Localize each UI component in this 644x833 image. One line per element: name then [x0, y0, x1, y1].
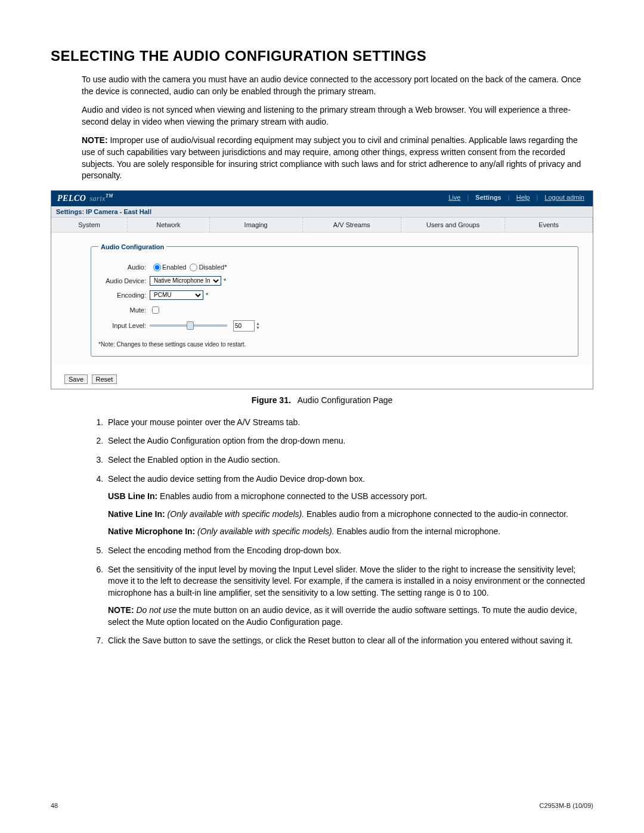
link-logout[interactable]: Logout admin: [544, 194, 584, 201]
native-mic-in-em: (Only available with specific models).: [195, 527, 334, 536]
step-6: Set the sensitivity of the input level b…: [106, 564, 593, 628]
usb-line-in-label: USB Line In:: [108, 491, 157, 501]
input-level-value[interactable]: [233, 320, 255, 332]
select-encoding[interactable]: PCMU: [150, 290, 203, 300]
link-live[interactable]: Live: [448, 194, 460, 201]
page-footer: 48 C2953M-B (10/09): [51, 802, 593, 809]
brand-sarix: sarix: [89, 194, 106, 203]
save-button[interactable]: Save: [64, 374, 88, 384]
step6-note-label: NOTE:: [108, 605, 134, 615]
brand-logo: PELCO sarixTM: [57, 193, 113, 203]
native-line-in-em: (Only available with specific models).: [165, 509, 304, 519]
tab-system[interactable]: System: [51, 218, 128, 232]
asterisk-encoding: *: [206, 292, 208, 299]
step6-note-text: the mute button on an audio device, as i…: [108, 605, 577, 627]
app-header: PELCO sarixTM Live | Settings | Help | L…: [51, 191, 593, 206]
brand-pelco: PELCO: [57, 194, 86, 203]
doc-id: C2953M-B (10/09): [540, 802, 594, 809]
step-3: Select the Enabled option in the Audio s…: [106, 454, 593, 466]
screenshot-figure: PELCO sarixTM Live | Settings | Help | L…: [51, 190, 593, 389]
slider-thumb[interactable]: [187, 321, 194, 330]
radio-enabled-label: Enabled: [162, 264, 186, 271]
label-input-level: Input Level:: [98, 322, 146, 329]
native-line-in-label: Native Line In:: [108, 509, 165, 519]
settings-breadcrumb: Settings: IP Camera - East Hall: [51, 206, 593, 218]
step-4: Select the audio device setting from the…: [106, 473, 593, 538]
figure-caption: Figure 31. Audio Configuration Page: [51, 395, 593, 405]
steps-list: Place your mouse pointer over the A/V St…: [82, 417, 593, 647]
page-number: 48: [51, 802, 58, 809]
figure-text: Audio Configuration Page: [298, 395, 393, 405]
audio-fieldset: Audio Configuration Audio: Enabled Disab…: [91, 243, 578, 357]
stepper-icon[interactable]: ▲▼: [256, 321, 260, 330]
link-help[interactable]: Help: [516, 194, 530, 201]
label-audio: Audio:: [98, 264, 146, 271]
tab-events[interactable]: Events: [505, 218, 593, 232]
label-audio-device: Audio Device:: [98, 277, 146, 284]
radio-disabled[interactable]: [190, 264, 197, 271]
select-audio-device[interactable]: Native Microphone In: [150, 276, 221, 286]
tab-av-streams[interactable]: A/V Streams: [303, 218, 401, 232]
reset-button[interactable]: Reset: [92, 374, 117, 384]
step-2: Select the Audio Configuration option fr…: [106, 435, 593, 447]
step-7: Click the Save button to save the settin…: [106, 635, 593, 647]
usb-line-in-text: Enables audio from a microphone connecte…: [157, 491, 427, 501]
form-area: Audio Configuration Audio: Enabled Disab…: [51, 233, 593, 365]
label-encoding: Encoding:: [98, 292, 146, 299]
slider-input-level[interactable]: [150, 324, 227, 327]
note-text: Improper use of audio/visual recording e…: [82, 135, 581, 180]
checkbox-mute[interactable]: [152, 306, 159, 314]
radio-enabled[interactable]: [153, 264, 161, 271]
intro-para-1: To use audio with the camera you must ha…: [82, 74, 593, 97]
intro-para-2: Audio and video is not synced when viewi…: [82, 104, 593, 128]
top-links: Live | Settings | Help | Logout admin: [446, 194, 587, 201]
page-heading: SELECTING THE AUDIO CONFIGURATION SETTIN…: [51, 48, 593, 64]
fieldset-note: *Note: Changes to these settings cause v…: [98, 341, 571, 348]
step6-note-em: Do not use: [134, 605, 177, 615]
label-mute: Mute:: [98, 306, 146, 314]
figure-label: Figure 31.: [252, 395, 291, 405]
native-mic-in-label: Native Microphone In:: [108, 527, 195, 536]
link-settings[interactable]: Settings: [475, 194, 501, 201]
intro-note: NOTE: Improper use of audio/visual recor…: [82, 135, 593, 181]
note-label: NOTE:: [82, 135, 108, 145]
menu-bar: System Network Imaging A/V Streams Users…: [51, 218, 593, 233]
tab-users-groups[interactable]: Users and Groups: [401, 218, 505, 232]
asterisk-device: *: [224, 277, 226, 284]
tab-network[interactable]: Network: [128, 218, 209, 232]
radio-disabled-label: Disabled*: [199, 264, 227, 271]
native-mic-in-text: Enables audio from the internal micropho…: [335, 527, 501, 536]
tab-imaging[interactable]: Imaging: [210, 218, 303, 232]
fieldset-legend: Audio Configuration: [98, 243, 166, 250]
native-line-in-text: Enables audio from a microphone connecte…: [304, 509, 568, 519]
step-1: Place your mouse pointer over the A/V St…: [106, 417, 593, 429]
button-row: Save Reset: [64, 373, 593, 384]
brand-tm: TM: [106, 193, 113, 199]
step-5: Select the encoding method from the Enco…: [106, 545, 593, 557]
